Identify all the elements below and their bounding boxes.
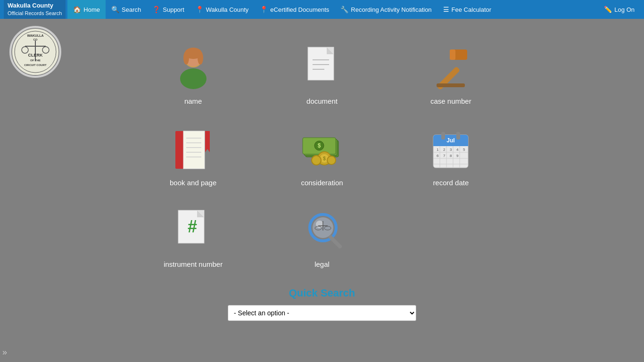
svg-text:WAKULLA: WAKULLA	[27, 34, 44, 37]
quick-search-title: Quick Search	[289, 287, 355, 299]
svg-text:5: 5	[463, 148, 465, 152]
footer-arrow[interactable]: »	[2, 347, 7, 357]
svg-point-16	[198, 51, 203, 65]
svg-text:1: 1	[437, 148, 439, 152]
brand-subtitle: Official Records Search	[8, 10, 62, 16]
calendar-icon: Jul 1 2 3 4 5	[427, 124, 474, 176]
location-icon: 📍	[196, 6, 204, 13]
svg-text:$: $	[323, 156, 326, 161]
svg-point-73	[316, 221, 323, 228]
nav-label-search: Search	[122, 6, 141, 13]
svg-text:7: 7	[443, 154, 446, 158]
case-number-search[interactable]: case number	[396, 38, 506, 110]
svg-point-43	[312, 156, 321, 165]
calculator-icon: ☰	[443, 6, 449, 13]
logo-area: WAKULLA CO CLERK OF THE CIRCUIT COURT	[9, 26, 61, 78]
svg-text:8: 8	[450, 154, 452, 158]
nav-item-wakulla[interactable]: 📍 Wakulla County	[190, 0, 255, 19]
svg-text:CIRCUIT COURT: CIRCUIT COURT	[24, 64, 47, 66]
record-date-label: record date	[433, 179, 469, 187]
quick-search-section: Quick Search - Select an option - Deeds …	[19, 287, 625, 321]
search-grid: name document	[110, 38, 534, 273]
svg-text:$: $	[318, 142, 321, 149]
svg-text:CO: CO	[33, 38, 38, 41]
svg-line-74	[330, 237, 340, 247]
svg-rect-25	[450, 49, 455, 60]
nav-label-ecertified: eCertified Documents	[270, 6, 329, 13]
nav-label-fee: Fee Calculator	[452, 6, 492, 13]
nav-label-recording: Recording Activity Notification	[351, 6, 431, 13]
svg-text:6: 6	[437, 154, 439, 158]
svg-rect-50	[456, 132, 460, 140]
nav-item-support[interactable]: ❓ Support	[147, 0, 190, 19]
svg-rect-27	[175, 131, 184, 169]
legal-label: legal	[314, 260, 330, 268]
money-icon: $ $	[298, 124, 346, 176]
svg-text:4: 4	[456, 148, 459, 152]
name-icon	[170, 42, 217, 94]
document-search[interactable]: document	[267, 38, 377, 110]
name-search[interactable]: name	[138, 38, 248, 110]
nav-label-wakulla: Wakulla County	[206, 6, 249, 13]
svg-rect-26	[437, 83, 465, 87]
logo-svg: WAKULLA CO CLERK OF THE CIRCUIT COURT	[11, 27, 60, 76]
svg-point-44	[327, 156, 336, 165]
svg-text:CLERK: CLERK	[28, 53, 43, 58]
svg-rect-28	[183, 131, 205, 169]
scales-icon	[298, 206, 346, 257]
nav-item-ecertified[interactable]: 📍 eCertified Documents	[254, 0, 335, 19]
wrench-icon: 🔧	[340, 6, 348, 13]
navigation: Wakulla County Official Records Search 🏠…	[0, 0, 644, 19]
document-label: document	[306, 97, 338, 105]
svg-marker-34	[205, 131, 210, 152]
search-icon: 🔍	[111, 6, 119, 13]
ecert-icon: 📍	[260, 6, 268, 13]
instrument-number-label: instrument number	[164, 260, 223, 268]
svg-rect-49	[441, 132, 445, 140]
nav-label-support: Support	[163, 6, 184, 13]
case-number-label: case number	[430, 97, 471, 105]
nav-items: 🏠 Home 🔍 Search ❓ Support 📍 Wakulla Coun…	[67, 0, 598, 19]
svg-text:OF THE: OF THE	[30, 59, 41, 62]
login-label: Log On	[614, 6, 635, 13]
logo-circle: WAKULLA CO CLERK OF THE CIRCUIT COURT	[9, 26, 61, 78]
nav-label-home: Home	[83, 6, 100, 13]
nav-item-recording[interactable]: 🔧 Recording Activity Notification	[335, 0, 437, 19]
document-icon	[298, 42, 346, 94]
book-icon	[170, 124, 217, 176]
book-page-search[interactable]: book and page	[138, 119, 248, 191]
main-content: name document	[0, 19, 644, 330]
quick-search-select[interactable]: - Select an option - Deeds Mortgages Lie…	[228, 305, 416, 321]
login-button[interactable]: ✏️ Log On	[598, 0, 640, 19]
book-page-label: book and page	[170, 179, 216, 187]
nav-item-search[interactable]: 🔍 Search	[106, 0, 147, 19]
home-icon: 🏠	[73, 6, 81, 13]
login-icon: ✏️	[604, 6, 612, 13]
record-date-search[interactable]: Jul 1 2 3 4 5	[396, 119, 506, 191]
brand: Wakulla County Official Records Search	[4, 0, 66, 18]
support-icon: ❓	[152, 6, 160, 13]
svg-text:Jul: Jul	[447, 137, 455, 144]
hash-icon: #	[170, 206, 217, 257]
svg-text:3: 3	[450, 148, 452, 152]
gavel-icon	[427, 42, 474, 94]
svg-text:#: #	[188, 217, 197, 236]
svg-text:2: 2	[443, 148, 446, 152]
instrument-number-search[interactable]: # instrument number	[138, 201, 248, 273]
name-label: name	[184, 97, 202, 105]
nav-item-home[interactable]: 🏠 Home	[67, 0, 106, 19]
consideration-label: consideration	[301, 179, 343, 187]
brand-title: Wakulla County	[8, 2, 62, 10]
consideration-search[interactable]: $ $ consideration	[267, 119, 377, 191]
nav-item-fee[interactable]: ☰ Fee Calculator	[438, 0, 497, 19]
svg-point-15	[183, 51, 189, 65]
svg-text:9: 9	[456, 154, 459, 158]
svg-point-12	[180, 68, 206, 89]
legal-search[interactable]: legal	[267, 201, 377, 273]
